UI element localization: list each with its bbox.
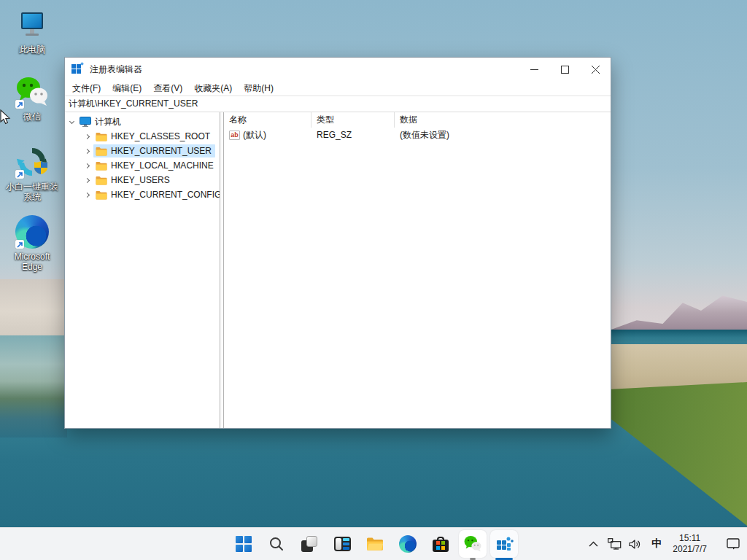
value-type: REG_SZ [317,130,352,140]
desktop-icon-label: 小白一键重装 [6,182,58,192]
shortcut-arrow-icon [15,170,24,179]
menu-view[interactable]: 查看(V) [147,82,188,95]
tree-node-hkey-users[interactable]: HKEY_USERS [65,173,220,187]
tree-node-label: HKEY_LOCAL_MACHINE [111,160,214,171]
chevron-right-icon[interactable] [84,133,91,140]
folder-icon [96,132,107,141]
tree-node-hkey-current-config[interactable]: HKEY_CURRENT_CONFIG [65,187,220,202]
value-list: 名称 类型 数据 ab (默认) REG_SZ (数值未设置) [224,112,611,428]
menu-bar: 文件(F) 编辑(E) 查看(V) 收藏夹(A) 帮助(H) [65,81,611,96]
column-header-name[interactable]: 名称 [224,112,311,128]
file-explorer-button[interactable] [360,529,390,559]
task-view-button[interactable] [295,529,324,559]
notification-center-icon[interactable] [725,535,741,553]
window-titlebar[interactable]: 注册表编辑器 [65,58,611,81]
chevron-right-icon[interactable] [84,147,91,155]
taskbar-clock[interactable]: 15:11 2021/7/7 [673,533,707,555]
tree-node-label: 计算机 [95,116,121,128]
wechat-icon [463,535,482,553]
registry-app-icon [71,62,84,77]
desktop-icon-label: 此电脑 [19,44,45,55]
desktop-icon-this-pc[interactable]: 此电脑 [4,7,60,55]
desktop-icon-edge[interactable]: Microsoft Edge [4,214,60,272]
string-value-icon: ab [229,131,240,140]
tree-node-hkey-local-machine[interactable]: HKEY_LOCAL_MACHINE [65,158,220,173]
desktop-icon-wechat[interactable]: 微信 [4,74,60,122]
chevron-down-icon[interactable] [68,118,75,125]
wallpaper-beach [0,279,67,338]
list-header: 名称 类型 数据 [224,112,611,128]
menu-file[interactable]: 文件(F) [66,82,107,95]
widgets-button[interactable] [328,529,357,559]
ime-indicator[interactable]: 中 [649,537,665,551]
store-icon [433,537,449,552]
edge-button[interactable] [393,529,422,559]
chevron-right-icon[interactable] [84,162,91,169]
registry-taskbar-button[interactable] [490,530,518,558]
folder-icon [96,190,107,200]
column-header-type[interactable]: 类型 [311,112,395,128]
tray-chevron-up-icon[interactable] [585,535,601,553]
windows-logo-icon [236,536,252,552]
menu-edit[interactable]: 编辑(E) [107,82,147,95]
wechat-taskbar-button[interactable] [459,530,487,558]
value-row-default[interactable]: ab (默认) REG_SZ (数值未设置) [224,128,611,142]
task-view-icon [301,536,317,552]
tree-node-hkey-current-user[interactable]: HKEY_CURRENT_USER [65,144,220,158]
xiaobai-icon [15,144,50,179]
desktop-icon-label: Microsoft [15,252,50,262]
taskbar: 中 15:11 2021/7/7 [0,527,747,560]
mouse-cursor [0,109,12,128]
wallpaper-reflection [0,335,67,438]
desktop-icon-xiaobai[interactable]: 小白一键重装 系统 [4,144,60,202]
clock-date: 2021/7/7 [673,544,707,555]
maximize-button[interactable] [549,58,580,81]
this-pc-icon [15,7,50,42]
shortcut-arrow-icon [15,240,24,249]
registry-icon [495,534,514,553]
tree-node-label: HKEY_CURRENT_USER [111,146,212,156]
file-explorer-icon [366,537,384,551]
folder-icon [96,161,107,171]
registry-editor-window: 注册表编辑器 文件(F) 编辑(E) 查看(V) 收藏夹(A) 帮助(H) 计算… [64,57,611,429]
close-button[interactable] [580,58,611,81]
address-bar[interactable]: 计算机\HKEY_CURRENT_USER [65,96,611,112]
tree-node-computer[interactable]: 计算机 [65,114,220,129]
network-icon[interactable] [606,535,622,553]
edge-icon [15,214,50,249]
selected-tree-node[interactable]: HKEY_CURRENT_USER [93,144,215,158]
tree-node-label: HKEY_CLASSES_ROOT [111,131,210,141]
tree-node-label: HKEY_CURRENT_CONFIG [111,190,220,200]
computer-icon [80,117,91,127]
folder-icon [96,176,107,185]
search-icon [268,536,285,552]
value-data: (数值未设置) [400,129,449,141]
wechat-icon [15,74,50,109]
edge-icon [399,535,417,553]
menu-favorites[interactable]: 收藏夹(A) [188,82,238,95]
start-button[interactable] [229,529,258,559]
window-title: 注册表编辑器 [90,63,142,76]
column-header-data[interactable]: 数据 [395,112,611,128]
value-name: (默认) [243,129,266,141]
store-button[interactable] [426,529,455,559]
shortcut-arrow-icon [15,100,24,109]
chevron-right-icon[interactable] [84,176,91,184]
search-button[interactable] [262,529,291,559]
menu-help[interactable]: 帮助(H) [238,82,279,95]
minimize-button[interactable] [519,58,549,81]
folder-icon [96,147,107,156]
tree-node-hkey-classes-root[interactable]: HKEY_CLASSES_ROOT [65,129,220,144]
registry-tree: 计算机 HKEY_CLASSES_ROOT [65,112,220,428]
chevron-right-icon[interactable] [84,191,91,198]
widgets-icon [334,537,351,551]
desktop-icon-label: 微信 [23,112,41,122]
volume-icon[interactable] [627,535,643,553]
tree-node-label: HKEY_USERS [111,175,170,185]
clock-time: 15:11 [673,533,707,544]
